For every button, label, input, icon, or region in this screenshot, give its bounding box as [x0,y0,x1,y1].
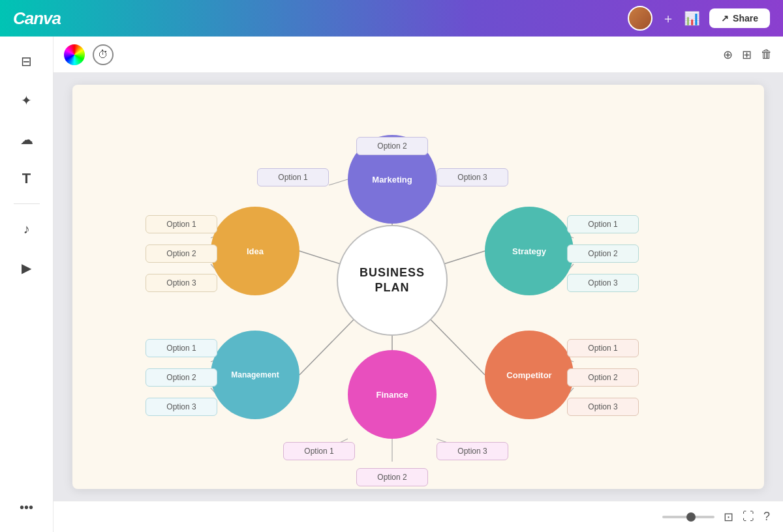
node-idea[interactable]: Idea [211,207,299,295]
analytics-icon[interactable]: 📊 [684,10,700,26]
delete-icon[interactable]: 🗑 [761,48,773,61]
management-option-1[interactable]: Option 1 [146,339,217,357]
competitor-option-1[interactable]: Option 1 [567,339,639,357]
help-icon[interactable]: ? [763,510,770,524]
canvas-scroll[interactable]: BUSINESSPLAN Marketing Idea Management F… [54,73,783,501]
sidebar-item-more[interactable]: ••• [7,490,46,524]
sidebar-item-elements[interactable]: ✦ [7,83,46,117]
fit-to-screen-icon[interactable]: ⊡ [724,510,733,524]
finance-option-3[interactable]: Option 3 [437,442,508,460]
svg-line-6 [329,179,348,185]
add-page-icon[interactable]: ⊕ [723,48,733,62]
sidebar-item-text[interactable]: T [7,162,46,196]
sidebar-item-uploads[interactable]: ☁ [7,123,46,156]
video-icon: ▶ [22,260,31,276]
sidebar-item-audio[interactable]: ♪ [7,212,46,246]
main-area: ⊟ ✦ ☁ T ♪ ▶ ••• ⏱ [0,37,783,532]
sidebar-item-panel[interactable]: ⊟ [7,44,46,78]
idea-option-2[interactable]: Option 2 [146,244,217,263]
timer-button[interactable]: ⏱ [93,44,114,65]
audio-icon: ♪ [23,222,30,237]
competitor-option-2[interactable]: Option 2 [567,368,639,387]
center-node[interactable]: BUSINESSPLAN [337,225,448,336]
marketing-option-2[interactable]: Option 2 [356,137,428,155]
topbar: Canva ＋ 📊 ↗ Share [0,0,783,37]
marketing-option-3[interactable]: Option 3 [437,168,508,186]
panel-icon: ⊟ [21,53,32,69]
canvas[interactable]: BUSINESSPLAN Marketing Idea Management F… [72,85,764,489]
color-picker-button[interactable] [64,44,85,65]
timer-icon: ⏱ [98,49,108,61]
canvas-toolbar: ⏱ ⊕ ⊞ 🗑 [54,37,783,73]
uploads-icon: ☁ [20,132,33,147]
text-icon: T [22,170,31,187]
strategy-option-2[interactable]: Option 2 [567,244,639,263]
strategy-option-1[interactable]: Option 1 [567,215,639,233]
more-icon: ••• [20,500,33,515]
idea-option-3[interactable]: Option 3 [146,274,217,292]
share-button[interactable]: ↗ Share [709,8,770,28]
marketing-option-1[interactable]: Option 1 [257,168,329,186]
node-management[interactable]: Management [211,331,299,419]
strategy-option-3[interactable]: Option 3 [567,274,639,292]
fullscreen-icon[interactable]: ⛶ [743,510,754,524]
idea-option-1[interactable]: Option 1 [146,215,217,233]
sidebar-divider [14,203,40,204]
node-strategy[interactable]: Strategy [485,207,574,295]
elements-icon: ✦ [21,93,32,108]
share-icon: ↗ [721,13,729,23]
competitor-option-3[interactable]: Option 3 [567,398,639,416]
finance-option-1[interactable]: Option 1 [283,442,355,460]
canva-logo[interactable]: Canva [13,8,61,29]
grid-icon[interactable]: ⊞ [742,48,752,62]
management-option-3[interactable]: Option 3 [146,398,217,416]
sidebar-item-video[interactable]: ▶ [7,251,46,285]
add-collaborator-icon[interactable]: ＋ [662,10,675,27]
finance-option-2[interactable]: Option 2 [356,468,428,486]
zoom-control[interactable] [662,516,714,518]
bottombar: ⊡ ⛶ ? [54,501,783,532]
management-option-2[interactable]: Option 2 [146,368,217,387]
zoom-slider[interactable] [662,516,714,518]
node-competitor[interactable]: Competitor [485,331,574,419]
canvas-area: ⏱ ⊕ ⊞ 🗑 [54,37,783,532]
zoom-thumb[interactable] [686,512,696,522]
node-finance[interactable]: Finance [348,350,437,439]
avatar[interactable] [628,6,652,31]
sidebar: ⊟ ✦ ☁ T ♪ ▶ ••• [0,37,54,532]
